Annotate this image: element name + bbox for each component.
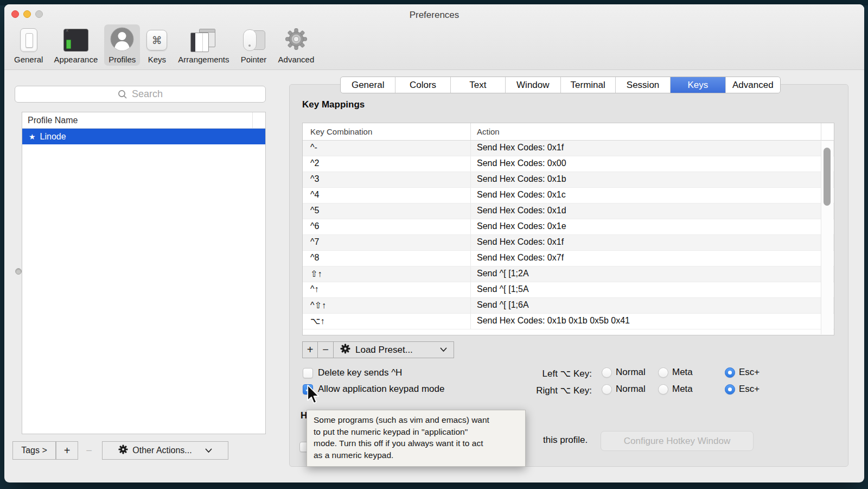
- toolbar-item-pointer[interactable]: Pointer: [236, 24, 272, 66]
- preferences-window: Preferences General Appearance: [4, 4, 864, 482]
- other-actions-dropdown[interactable]: Other Actions...: [102, 441, 228, 460]
- mouse-icon: [240, 29, 267, 52]
- preferences-toolbar: General Appearance: [10, 24, 318, 66]
- profile-tab-bar: General Colors Text Window Terminal Sess…: [340, 77, 781, 93]
- tab-text[interactable]: Text: [451, 77, 506, 93]
- left-option-meta-radio[interactable]: Meta: [658, 367, 693, 378]
- column-header-action[interactable]: Action: [477, 127, 500, 136]
- mouse-cursor-icon: [306, 384, 320, 408]
- table-row[interactable]: ^-Send Hex Codes: 0x1f: [303, 141, 834, 156]
- table-row[interactable]: ^2Send Hex Codes: 0x00: [303, 156, 834, 172]
- toolbar-item-keys[interactable]: ⌘ Keys: [142, 24, 171, 66]
- tab-window[interactable]: Window: [506, 77, 560, 93]
- chevron-down-icon: [205, 448, 212, 453]
- profile-list-header: Profile Name: [22, 112, 265, 129]
- table-row[interactable]: ⌥↑Send Hex Codes: 0x1b 0x1b 0x5b 0x41: [303, 314, 834, 329]
- toolbar-item-appearance[interactable]: Appearance: [49, 24, 102, 66]
- left-option-esc-radio[interactable]: Esc+: [725, 367, 760, 378]
- gear-icon: [340, 344, 350, 357]
- profile-list: Profile Name ★ Linode: [22, 112, 266, 434]
- table-row[interactable]: ^5Send Hex Codes: 0x1d: [303, 204, 834, 219]
- delete-key-sends-checkbox-row: Delete key sends ^H: [303, 367, 402, 378]
- load-preset-dropdown[interactable]: Load Preset...: [334, 341, 454, 358]
- toolbar-item-profiles[interactable]: Profiles: [104, 24, 140, 66]
- tab-colors[interactable]: Colors: [395, 77, 450, 93]
- windows-icon: [190, 29, 216, 52]
- table-header: Key Combination Action: [303, 123, 834, 141]
- tab-general[interactable]: General: [341, 77, 395, 93]
- section-title: Key Mappings: [302, 99, 365, 110]
- right-option-meta-radio[interactable]: Meta: [658, 384, 693, 395]
- command-key-icon: ⌘: [146, 30, 167, 50]
- gear-icon: [118, 444, 128, 456]
- table-row[interactable]: ^↑Send ^[ [1;5A: [303, 282, 834, 298]
- profile-row-linode[interactable]: ★ Linode: [22, 129, 265, 144]
- tab-terminal[interactable]: Terminal: [561, 77, 616, 93]
- other-actions-label: Other Actions...: [132, 446, 192, 455]
- add-mapping-button[interactable]: +: [302, 341, 318, 358]
- tab-advanced[interactable]: Advanced: [726, 77, 780, 93]
- right-option-esc-radio[interactable]: Esc+: [725, 384, 760, 395]
- left-option-normal-radio[interactable]: Normal: [602, 367, 646, 378]
- table-row[interactable]: ^8Send Hex Codes: 0x7f: [303, 251, 834, 266]
- keypad-mode-tooltip: Some programs (such as vim and emacs) wa…: [307, 410, 526, 467]
- toggle-icon: [20, 28, 37, 52]
- tags-button[interactable]: Tags >: [12, 441, 56, 460]
- table-row[interactable]: ^⇧↑Send ^[ [1;6A: [303, 298, 834, 314]
- gear-icon: [285, 28, 308, 53]
- toolbar-item-general[interactable]: General: [10, 24, 47, 66]
- scrollbar-thumb[interactable]: [824, 148, 831, 206]
- window-chrome: Preferences General Appearance: [4, 4, 864, 70]
- table-row[interactable]: ⇧↑Send ^[ [1;2A: [303, 266, 834, 282]
- terminal-window-icon: [63, 29, 88, 52]
- load-preset-label: Load Preset...: [355, 345, 413, 355]
- table-row[interactable]: ^4Send Hex Codes: 0x1c: [303, 188, 834, 204]
- right-option-normal-radio[interactable]: Normal: [602, 384, 646, 395]
- person-icon: [110, 27, 134, 53]
- column-header-key[interactable]: Key Combination: [310, 127, 372, 136]
- table-row[interactable]: ^3Send Hex Codes: 0x1b: [303, 172, 834, 188]
- remove-profile-button[interactable]: −: [78, 441, 100, 460]
- chevron-down-icon: [440, 347, 447, 352]
- add-profile-button[interactable]: +: [56, 441, 78, 460]
- search-placeholder: Search: [132, 88, 163, 100]
- delete-key-sends-checkbox[interactable]: [303, 368, 313, 378]
- hotkey-text-fragment: this profile.: [543, 435, 588, 446]
- table-row[interactable]: ^6Send Hex Codes: 0x1e: [303, 219, 834, 235]
- table-row[interactable]: ^7Send Hex Codes: 0x1f: [303, 235, 834, 251]
- remove-mapping-button[interactable]: −: [318, 341, 334, 358]
- pane-resize-dot[interactable]: [15, 268, 22, 275]
- key-mappings-table: Key Combination Action ^-Send Hex Codes:…: [302, 123, 834, 335]
- key-mapping-controls: + −: [302, 341, 454, 358]
- toolbar-item-arrangements[interactable]: Arrangements: [174, 24, 233, 66]
- search-icon: [118, 90, 127, 99]
- star-icon: ★: [29, 132, 36, 141]
- tab-session[interactable]: Session: [616, 77, 671, 93]
- toolbar-item-advanced[interactable]: Advanced: [274, 24, 319, 66]
- configure-hotkey-window-button[interactable]: Configure Hotkey Window: [601, 431, 754, 451]
- window-title: Preferences: [4, 10, 864, 21]
- search-input[interactable]: Search: [15, 86, 266, 103]
- profile-name: Linode: [40, 132, 66, 142]
- tab-keys[interactable]: Keys: [671, 77, 725, 93]
- application-keypad-checkbox-row: ✓ Allow application keypad mode: [303, 384, 444, 395]
